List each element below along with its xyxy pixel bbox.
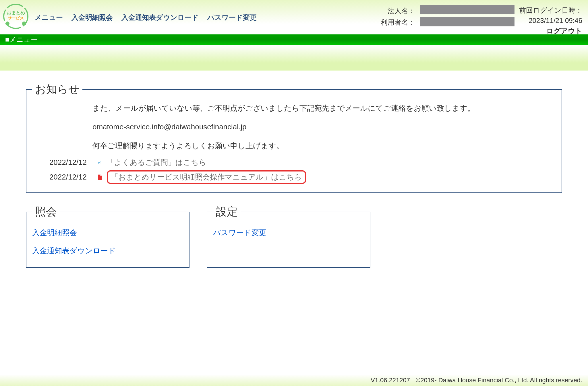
settings-legend: 設定 xyxy=(213,204,241,219)
gradient-spacer xyxy=(0,45,588,71)
svg-point-4 xyxy=(22,22,26,26)
notice-panel: お知らせ また、メールが届いていない等、ご不明点がございましたら下記宛先までメー… xyxy=(26,82,562,193)
notice-date: 2022/12/12 xyxy=(38,173,95,182)
notice-line-3: 何卒ご理解賜りますようよろしくお願い申し上げます。 xyxy=(92,139,550,153)
notice-line-2: omatome-service.info@daiwahousefinancial… xyxy=(92,120,550,134)
svg-text:おまとめ: おまとめ xyxy=(7,10,25,15)
notice-line-1: また、メールが届いていない等、ご不明点がございましたら下記宛先までメールにてご連… xyxy=(92,101,550,115)
svg-point-3 xyxy=(5,22,9,26)
notice-row-faq: 2022/12/12 「よくあるご質問」はこちら xyxy=(38,157,550,167)
last-login-label: 前回ログイン日時： xyxy=(519,5,582,15)
inquiry-deposit-detail-link[interactable]: 入金明細照会 xyxy=(32,228,183,238)
notice-date: 2022/12/12 xyxy=(38,158,95,167)
nav-deposit-detail[interactable]: 入金明細照会 xyxy=(71,13,113,22)
last-login-value: 2023/11/21 09:46 xyxy=(519,15,582,26)
logo: おまとめ サービス xyxy=(3,3,29,29)
footer-bar: V1.06.221207 ©2019- Daiwa House Financia… xyxy=(0,375,588,386)
inquiry-deposit-notice-download-link[interactable]: 入金通知表ダウンロード xyxy=(32,246,183,256)
settings-password-change-link[interactable]: パスワード変更 xyxy=(213,228,364,238)
user-name-masked xyxy=(420,17,514,26)
link-icon xyxy=(95,159,104,166)
pdf-icon xyxy=(95,174,104,180)
user-label: 利用者名： xyxy=(381,17,415,28)
settings-panel: 設定 パスワード変更 xyxy=(207,204,370,268)
page-title: ■メニュー xyxy=(5,35,38,44)
notice-faq-link[interactable]: 「よくあるご質問」はこちら xyxy=(107,157,206,167)
inquiry-panel: 照会 入金明細照会 入金通知表ダウンロード xyxy=(26,204,189,268)
version-text: V1.06.221207 xyxy=(371,377,410,384)
notice-manual-link[interactable]: 「おまとめサービス明細照会操作マニュアル」はこちら xyxy=(107,170,306,184)
copyright-text: ©2019- Daiwa House Financial Co., Ltd. A… xyxy=(416,377,582,384)
notice-legend: お知らせ xyxy=(32,82,82,97)
user-info: 法人名： 利用者名： 前回ログイン日時： 2023/11/21 09:46 ログ… xyxy=(381,5,582,36)
header-bar: おまとめ サービス メニュー 入金明細照会 入金通知表ダウンロード パスワード変… xyxy=(0,0,588,34)
nav-deposit-notice-download[interactable]: 入金通知表ダウンロード xyxy=(121,13,199,22)
nav-password-change[interactable]: パスワード変更 xyxy=(207,13,257,22)
logout-link[interactable]: ログアウト xyxy=(519,26,582,36)
svg-text:サービス: サービス xyxy=(8,16,24,20)
inquiry-legend: 照会 xyxy=(32,204,60,219)
notice-row-manual: 2022/12/12 「おまとめサービス明細照会操作マニュアル」はこちら xyxy=(38,170,550,184)
nav-links: メニュー 入金明細照会 入金通知表ダウンロード パスワード変更 xyxy=(34,13,257,22)
company-label: 法人名： xyxy=(381,5,415,17)
nav-menu[interactable]: メニュー xyxy=(34,13,63,22)
content-area: お知らせ また、メールが届いていない等、ご不明点がございましたら下記宛先までメー… xyxy=(0,71,588,279)
company-name-masked xyxy=(420,5,514,14)
